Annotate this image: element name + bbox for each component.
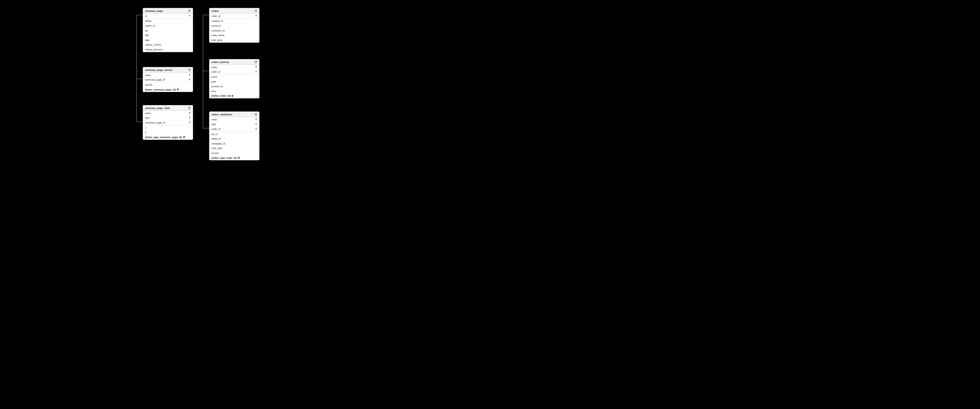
column-name: order_id: [212, 128, 220, 130]
column-row: index: [143, 73, 193, 77]
column-name: type: [145, 116, 150, 119]
svg-rect-20: [190, 113, 190, 114]
column-name: event: [212, 75, 217, 78]
table-card-orders: orders order_id created_atcurrencycustom…: [209, 8, 259, 43]
column-row: index: [143, 111, 193, 115]
column-row: values_previous: [143, 47, 193, 52]
column-name: type: [212, 123, 216, 126]
table-card-summary_page_service: summary_page_service index summary_page_…: [143, 67, 193, 92]
index-text: (index, summary_page_id): [145, 88, 176, 91]
primary-key-icon: [255, 66, 257, 68]
column-name: index: [212, 66, 217, 69]
open-in-new-icon[interactable]: [188, 10, 191, 12]
svg-rect-42: [256, 67, 256, 67]
open-in-new-icon[interactable]: [254, 61, 257, 63]
column-name: order_id: [212, 14, 220, 18]
table-header: orders_attribution: [209, 112, 259, 117]
column-row: type: [143, 38, 193, 42]
column-name: summary_page_id: [145, 78, 165, 81]
column-name: customer_id: [212, 29, 225, 32]
column-name: tip: [145, 29, 148, 32]
column-row: order_id: [209, 14, 259, 19]
index-footer: (index, type, summary_page_id): [143, 135, 193, 140]
svg-rect-41: [256, 67, 257, 68]
column-row: total_price: [209, 38, 259, 42]
column-row: ad_id: [209, 132, 259, 136]
column-name: order_id: [212, 70, 220, 73]
connections-svg: [0, 0, 980, 409]
primary-key-icon: [255, 14, 257, 17]
svg-rect-3: [190, 16, 190, 17]
primary-key-icon: [189, 73, 191, 76]
column-row: id: [143, 14, 193, 19]
column-row: deltas: [143, 19, 193, 24]
svg-rect-28: [190, 123, 190, 123]
column-name: time: [212, 90, 216, 93]
primary-key-icon: [255, 128, 257, 130]
svg-rect-24: [190, 118, 190, 118]
column-row: order_id: [209, 126, 259, 132]
column-row: tip: [143, 28, 193, 33]
column-name: metric_id: [145, 24, 155, 27]
svg-rect-54: [256, 119, 256, 120]
info-icon[interactable]: [231, 95, 233, 97]
table-card-summary_page: summary_page id deltasmetric_idtiptitlet…: [143, 8, 193, 52]
column-name: values_current: [145, 43, 161, 46]
column-row: currency: [209, 23, 259, 28]
open-in-new-icon[interactable]: [188, 107, 191, 109]
column-row: customer_id: [209, 28, 259, 33]
column-name: total_price: [212, 38, 223, 42]
column-row: order_id: [209, 70, 259, 75]
primary-key-icon: [189, 14, 191, 17]
column-row: summary_page_id: [143, 77, 193, 83]
column-name: product_id: [212, 85, 223, 88]
column-row: metric_id: [143, 23, 193, 28]
column-row: index: [209, 117, 259, 122]
info-icon[interactable]: [177, 88, 179, 91]
svg-rect-62: [256, 129, 256, 129]
column-row: type: [209, 122, 259, 127]
column-row: product_id: [209, 84, 259, 89]
primary-key-icon: [189, 117, 191, 119]
column-name: deltas: [145, 19, 151, 22]
table-title: summary_page: [145, 10, 163, 12]
svg-rect-58: [256, 124, 256, 125]
column-name: ad_id: [212, 133, 217, 136]
column-name: currency: [212, 24, 221, 27]
column-name: campaign_id: [212, 142, 225, 145]
index-text: (index, type, order_id): [212, 157, 237, 159]
column-row: service: [143, 82, 193, 87]
table-title: summary_page_chart: [145, 107, 170, 109]
column-name: source: [212, 152, 219, 154]
open-in-new-icon[interactable]: [188, 69, 191, 71]
column-row: y: [143, 130, 193, 135]
column-row: values_current: [143, 42, 193, 47]
index-text: (index, type, summary_page_id): [145, 136, 182, 139]
column-row: time: [209, 89, 259, 94]
open-in-new-icon[interactable]: [254, 10, 257, 12]
svg-rect-12: [190, 80, 190, 80]
table-title: orders_attribution: [212, 113, 232, 116]
table-title: summary_page_service: [145, 69, 173, 71]
column-row: order_name: [209, 33, 259, 38]
primary-key-icon: [189, 112, 191, 114]
table-card-orders_attribution: orders_attribution index type order_id a…: [209, 112, 259, 160]
column-name: service: [145, 83, 153, 86]
svg-rect-8: [190, 75, 190, 76]
info-icon[interactable]: [238, 157, 240, 159]
column-name: summary_page_id: [145, 121, 165, 124]
open-in-new-icon[interactable]: [254, 113, 257, 116]
column-row: index: [209, 65, 259, 70]
column-row: source: [209, 150, 259, 155]
index-footer: (index, summary_page_id): [143, 87, 193, 92]
table-card-orders_journey: orders_journey index order_id eventpathp…: [209, 59, 259, 98]
column-name: order_name: [212, 34, 224, 37]
column-name: id: [145, 14, 147, 18]
column-row: summary_page_id: [143, 120, 193, 125]
column-name: y: [145, 131, 146, 134]
column-row: event: [209, 74, 259, 79]
column-name: index: [145, 73, 151, 77]
info-icon[interactable]: [183, 136, 185, 138]
svg-rect-15: [177, 89, 178, 90]
column-row: created_at: [209, 19, 259, 24]
